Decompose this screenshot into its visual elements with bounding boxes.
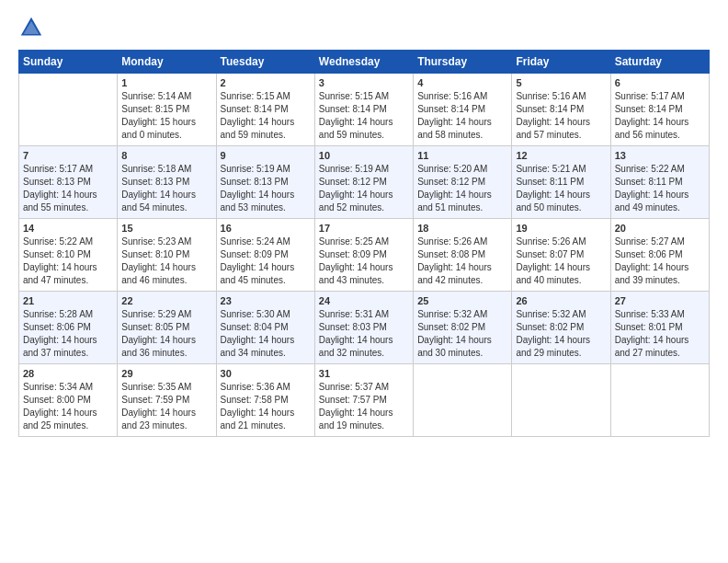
day-info: Sunrise: 5:17 AM Sunset: 8:14 PM Dayligh… — [615, 90, 705, 142]
day-info: Sunrise: 5:27 AM Sunset: 8:06 PM Dayligh… — [615, 236, 705, 287]
week-row-5: 28Sunrise: 5:34 AM Sunset: 8:00 PM Dayli… — [19, 364, 710, 437]
weekday-tuesday: Tuesday — [216, 51, 314, 74]
day-number: 24 — [319, 295, 409, 306]
calendar-cell: 27Sunrise: 5:33 AM Sunset: 8:01 PM Dayli… — [610, 292, 709, 364]
week-row-1: 1Sunrise: 5:14 AM Sunset: 8:15 PM Daylig… — [19, 74, 710, 146]
day-info: Sunrise: 5:17 AM Sunset: 8:13 PM Dayligh… — [23, 163, 113, 214]
day-number: 4 — [417, 77, 507, 88]
calendar-cell: 30Sunrise: 5:36 AM Sunset: 7:58 PM Dayli… — [216, 364, 314, 437]
day-number: 12 — [516, 150, 606, 161]
day-number: 22 — [121, 295, 211, 306]
calendar-cell: 8Sunrise: 5:18 AM Sunset: 8:13 PM Daylig… — [118, 146, 216, 219]
weekday-row: SundayMondayTuesdayWednesdayThursdayFrid… — [19, 51, 710, 74]
calendar-cell: 16Sunrise: 5:24 AM Sunset: 8:09 PM Dayli… — [216, 219, 314, 292]
day-info: Sunrise: 5:19 AM Sunset: 8:12 PM Dayligh… — [319, 163, 409, 214]
calendar-cell: 23Sunrise: 5:30 AM Sunset: 8:04 PM Dayli… — [216, 292, 314, 364]
day-number: 16 — [221, 223, 311, 234]
calendar-cell — [610, 364, 709, 437]
day-number: 27 — [615, 295, 705, 306]
day-info: Sunrise: 5:25 AM Sunset: 8:09 PM Dayligh… — [319, 236, 409, 287]
day-info: Sunrise: 5:32 AM Sunset: 8:02 PM Dayligh… — [417, 308, 507, 360]
calendar-cell: 4Sunrise: 5:16 AM Sunset: 8:14 PM Daylig… — [414, 74, 512, 146]
calendar-cell — [19, 74, 118, 146]
calendar-cell: 12Sunrise: 5:21 AM Sunset: 8:11 PM Dayli… — [512, 146, 610, 219]
calendar-cell: 3Sunrise: 5:15 AM Sunset: 8:14 PM Daylig… — [314, 74, 413, 146]
day-number: 1 — [121, 77, 211, 88]
week-row-3: 14Sunrise: 5:22 AM Sunset: 8:10 PM Dayli… — [19, 219, 710, 292]
calendar-cell: 19Sunrise: 5:26 AM Sunset: 8:07 PM Dayli… — [512, 219, 610, 292]
day-number: 17 — [319, 223, 409, 234]
calendar-cell: 1Sunrise: 5:14 AM Sunset: 8:15 PM Daylig… — [118, 74, 216, 146]
weekday-wednesday: Wednesday — [314, 51, 413, 74]
day-number: 26 — [516, 295, 606, 306]
day-info: Sunrise: 5:37 AM Sunset: 7:57 PM Dayligh… — [319, 381, 409, 432]
calendar-cell: 18Sunrise: 5:26 AM Sunset: 8:08 PM Dayli… — [414, 219, 512, 292]
day-info: Sunrise: 5:16 AM Sunset: 8:14 PM Dayligh… — [516, 90, 606, 142]
day-info: Sunrise: 5:31 AM Sunset: 8:03 PM Dayligh… — [319, 308, 409, 360]
calendar-cell: 11Sunrise: 5:20 AM Sunset: 8:12 PM Dayli… — [414, 146, 512, 219]
day-info: Sunrise: 5:19 AM Sunset: 8:13 PM Dayligh… — [221, 163, 311, 214]
day-number: 30 — [221, 368, 311, 379]
day-number: 6 — [615, 77, 705, 88]
day-info: Sunrise: 5:35 AM Sunset: 7:59 PM Dayligh… — [121, 381, 211, 432]
day-number: 3 — [319, 77, 409, 88]
day-number: 25 — [417, 295, 507, 306]
weekday-monday: Monday — [118, 51, 216, 74]
day-info: Sunrise: 5:22 AM Sunset: 8:11 PM Dayligh… — [615, 163, 705, 214]
logo-icon — [18, 15, 44, 40]
day-number: 13 — [615, 150, 705, 161]
day-info: Sunrise: 5:30 AM Sunset: 8:04 PM Dayligh… — [221, 308, 311, 360]
day-info: Sunrise: 5:28 AM Sunset: 8:06 PM Dayligh… — [23, 308, 113, 360]
calendar-cell — [414, 364, 512, 437]
weekday-friday: Friday — [512, 51, 610, 74]
calendar-table: SundayMondayTuesdayWednesdayThursdayFrid… — [18, 50, 710, 437]
weekday-saturday: Saturday — [610, 51, 709, 74]
calendar-cell: 13Sunrise: 5:22 AM Sunset: 8:11 PM Dayli… — [610, 146, 709, 219]
calendar-cell: 14Sunrise: 5:22 AM Sunset: 8:10 PM Dayli… — [19, 219, 118, 292]
day-number: 21 — [23, 295, 113, 306]
calendar-cell: 21Sunrise: 5:28 AM Sunset: 8:06 PM Dayli… — [19, 292, 118, 364]
calendar-header: SundayMondayTuesdayWednesdayThursdayFrid… — [19, 51, 710, 74]
calendar-cell: 17Sunrise: 5:25 AM Sunset: 8:09 PM Dayli… — [314, 219, 413, 292]
logo — [18, 15, 48, 40]
day-info: Sunrise: 5:33 AM Sunset: 8:01 PM Dayligh… — [615, 308, 705, 360]
day-info: Sunrise: 5:14 AM Sunset: 8:15 PM Dayligh… — [121, 90, 211, 142]
weekday-sunday: Sunday — [19, 51, 118, 74]
page: SundayMondayTuesdayWednesdayThursdayFrid… — [0, 0, 728, 563]
day-number: 9 — [221, 150, 311, 161]
week-row-2: 7Sunrise: 5:17 AM Sunset: 8:13 PM Daylig… — [19, 146, 710, 219]
calendar-cell: 22Sunrise: 5:29 AM Sunset: 8:05 PM Dayli… — [118, 292, 216, 364]
calendar-cell: 25Sunrise: 5:32 AM Sunset: 8:02 PM Dayli… — [414, 292, 512, 364]
calendar-cell: 31Sunrise: 5:37 AM Sunset: 7:57 PM Dayli… — [314, 364, 413, 437]
day-number: 8 — [121, 150, 211, 161]
day-number: 14 — [23, 223, 113, 234]
day-info: Sunrise: 5:26 AM Sunset: 8:07 PM Dayligh… — [516, 236, 606, 287]
day-number: 2 — [221, 77, 311, 88]
day-info: Sunrise: 5:16 AM Sunset: 8:14 PM Dayligh… — [417, 90, 507, 142]
day-info: Sunrise: 5:29 AM Sunset: 8:05 PM Dayligh… — [121, 308, 211, 360]
day-number: 5 — [516, 77, 606, 88]
calendar-cell: 20Sunrise: 5:27 AM Sunset: 8:06 PM Dayli… — [610, 219, 709, 292]
calendar-cell: 5Sunrise: 5:16 AM Sunset: 8:14 PM Daylig… — [512, 74, 610, 146]
day-info: Sunrise: 5:18 AM Sunset: 8:13 PM Dayligh… — [121, 163, 211, 214]
weekday-thursday: Thursday — [414, 51, 512, 74]
day-info: Sunrise: 5:36 AM Sunset: 7:58 PM Dayligh… — [221, 381, 311, 432]
day-info: Sunrise: 5:22 AM Sunset: 8:10 PM Dayligh… — [23, 236, 113, 287]
day-info: Sunrise: 5:20 AM Sunset: 8:12 PM Dayligh… — [417, 163, 507, 214]
day-number: 18 — [417, 223, 507, 234]
day-info: Sunrise: 5:32 AM Sunset: 8:02 PM Dayligh… — [516, 308, 606, 360]
calendar-cell: 15Sunrise: 5:23 AM Sunset: 8:10 PM Dayli… — [118, 219, 216, 292]
day-info: Sunrise: 5:24 AM Sunset: 8:09 PM Dayligh… — [221, 236, 311, 287]
calendar-cell: 2Sunrise: 5:15 AM Sunset: 8:14 PM Daylig… — [216, 74, 314, 146]
day-number: 28 — [23, 368, 113, 379]
calendar-cell: 10Sunrise: 5:19 AM Sunset: 8:12 PM Dayli… — [314, 146, 413, 219]
calendar-cell: 7Sunrise: 5:17 AM Sunset: 8:13 PM Daylig… — [19, 146, 118, 219]
calendar-cell: 6Sunrise: 5:17 AM Sunset: 8:14 PM Daylig… — [610, 74, 709, 146]
day-number: 11 — [417, 150, 507, 161]
day-number: 15 — [121, 223, 211, 234]
calendar-cell: 29Sunrise: 5:35 AM Sunset: 7:59 PM Dayli… — [118, 364, 216, 437]
calendar-cell: 9Sunrise: 5:19 AM Sunset: 8:13 PM Daylig… — [216, 146, 314, 219]
day-number: 7 — [23, 150, 113, 161]
day-number: 23 — [221, 295, 311, 306]
header — [18, 15, 710, 40]
